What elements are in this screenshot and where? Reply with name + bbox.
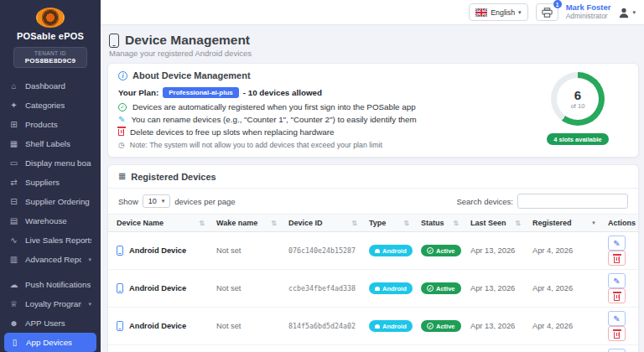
about-content: i About Device Management Your Plan: Pro…: [118, 70, 527, 149]
sort-icon: ⇅: [271, 220, 277, 227]
column-header[interactable]: Device ID ⇅: [280, 215, 361, 232]
sidebar-item[interactable]: ▯ App Devices: [4, 333, 96, 352]
delete-device-button[interactable]: [608, 251, 626, 266]
sidebar-item-label: App Devices: [26, 338, 72, 347]
delete-device-button[interactable]: [608, 288, 626, 303]
sidebar-item-label: Warehouse: [25, 216, 67, 225]
sidebar-item-icon: ♕: [9, 299, 18, 308]
search-input[interactable]: [517, 194, 628, 209]
chevron-down-icon: ▾: [88, 256, 91, 263]
column-label: Last Seen: [470, 219, 506, 227]
device-name: Android Device: [129, 284, 186, 292]
registered-cell: Apr 3, 2026: [524, 345, 600, 352]
usage-of-label: of 10: [571, 102, 585, 110]
column-label: Wake name: [216, 219, 257, 227]
edit-device-button[interactable]: ✎: [608, 311, 626, 326]
edit-device-button[interactable]: ✎: [608, 273, 626, 288]
about-bullets: ✓ Devices are automatically registered w…: [118, 102, 527, 137]
sidebar-item-icon: ⌂: [9, 81, 18, 91]
sidebar-item[interactable]: ☻ APP Users: [0, 313, 101, 333]
column-header[interactable]: Device Name ⇅: [108, 215, 208, 232]
column-header[interactable]: Last Seen ⇅: [462, 215, 524, 232]
sidebar-item-icon: ▯: [10, 338, 19, 347]
delete-device-button[interactable]: [608, 326, 626, 341]
list-icon: ≣: [118, 171, 126, 182]
sidebar-item-icon: ▦: [9, 139, 18, 148]
sidebar-item[interactable]: ♕ Loyalty Program ▾: [0, 294, 101, 313]
language-selector[interactable]: English ▾: [469, 3, 527, 21]
type-label: Android: [382, 323, 407, 330]
page-size-select[interactable]: 10 ▾: [143, 194, 171, 208]
last-seen-cell: Apr 13, 2026: [462, 308, 524, 345]
info-icon: i: [118, 71, 127, 80]
uk-flag-icon: [475, 8, 487, 17]
sidebar-item[interactable]: ▥ Advanced Reports ▾: [0, 250, 101, 269]
user-menu-button[interactable]: ▾: [618, 7, 636, 18]
edit-device-button[interactable]: ✎: [608, 236, 626, 251]
sidebar-item[interactable]: ⊟ Supplier Ordering: [0, 192, 101, 211]
sort-icon: ⇅: [453, 220, 459, 227]
devices-card-header: ≣ Registered Devices: [108, 165, 638, 189]
sidebar-item[interactable]: ☁ Push Notifications: [0, 275, 101, 294]
column-header[interactable]: Wake name ⇅: [208, 215, 280, 232]
sidebar-item-label: APP Users: [25, 318, 65, 328]
sidebar-item[interactable]: ⇄ Suppliers: [0, 173, 101, 192]
sidebar-item-icon: ⊞: [9, 120, 18, 129]
about-title: About Device Management: [132, 70, 251, 80]
sidebar-item[interactable]: ∿ Live Sales Reports: [0, 230, 101, 250]
type-label: Android: [382, 247, 407, 255]
chevron-down-icon: ▾: [518, 9, 522, 16]
plan-allowance: - 10 devices allowed: [243, 88, 322, 97]
plan-row: Your Plan: Professional-ai-plus - 10 dev…: [118, 87, 527, 98]
chevron-down-icon: ▾: [632, 9, 636, 16]
sidebar-item-label: Suppliers: [25, 178, 60, 187]
sidebar-item[interactable]: ▦ Shelf Labels: [0, 134, 101, 153]
column-header[interactable]: Type ⇅: [361, 215, 413, 232]
column-header[interactable]: Actions: [600, 215, 638, 232]
clock-icon: ◷: [118, 141, 125, 149]
column-label: Type: [369, 219, 386, 227]
sidebar-item[interactable]: ⌂ Dashboard: [0, 76, 101, 96]
printer-button[interactable]: 1: [536, 3, 558, 21]
sidebar-item[interactable]: ▭ Display menu boards: [0, 153, 101, 173]
wake-name-cell: Not set: [208, 232, 280, 270]
wake-name-cell: Not set: [208, 308, 280, 345]
edit-device-button[interactable]: ✎: [608, 349, 626, 352]
sort-icon: ⇅: [515, 220, 521, 227]
sidebar-item-label: Display menu boards: [25, 158, 91, 168]
sidebar-item[interactable]: ⊞ Products: [0, 115, 101, 134]
sidebar-item-label: Shelf Labels: [25, 139, 70, 148]
column-label: Device ID: [288, 219, 323, 227]
sidebar-item-icon: ▤: [9, 216, 18, 225]
type-badge: Android: [369, 245, 413, 256]
page-content: Device Management Manage your registered…: [101, 25, 644, 352]
phone-icon: [117, 246, 123, 256]
page-subtitle: Manage your registered Android devices: [109, 49, 639, 58]
sidebar-item[interactable]: ✦ Categories: [0, 96, 101, 115]
top-header: English ▾ 1 Mark Foster Administrator: [101, 0, 644, 25]
column-header[interactable]: Status ⇅: [413, 215, 462, 232]
column-header[interactable]: Registered ▼: [524, 215, 600, 232]
sidebar-item-label: Advanced Reports: [25, 255, 81, 264]
user-info: Mark Foster Administrator: [566, 3, 611, 21]
pencil-icon: ✎: [613, 277, 620, 286]
check-circle-icon: ✓: [427, 323, 434, 329]
device-id: 076c140e24b15287: [288, 246, 356, 255]
page-size-value: 10: [148, 197, 157, 205]
check-circle-icon: ✓: [427, 285, 434, 292]
sidebar-item-label: Live Sales Reports: [25, 236, 91, 245]
table-row: Android Device Not set 56d9d24dbf91b546 …: [108, 345, 638, 352]
bullet-icon: ✓: [118, 103, 127, 111]
device-id: 814f5a6bd5d24a02: [288, 322, 356, 330]
table-row: Android Device Not set 076c140e24b15287 …: [108, 232, 638, 270]
sidebar-item-icon: ⊟: [9, 197, 18, 206]
android-robot-icon: [375, 249, 380, 253]
per-page-label: devices per page: [174, 197, 235, 206]
sidebar-item[interactable]: ▤ Warehouse: [0, 211, 101, 230]
about-title-row: i About Device Management: [118, 70, 527, 80]
sort-icon: ⇅: [403, 220, 409, 227]
android-robot-icon: [375, 324, 380, 329]
status-label: Active: [436, 323, 455, 330]
tenant-id-label: TENANT ID: [16, 50, 85, 56]
bullet-text: Devices are automatically registered whe…: [132, 102, 416, 111]
